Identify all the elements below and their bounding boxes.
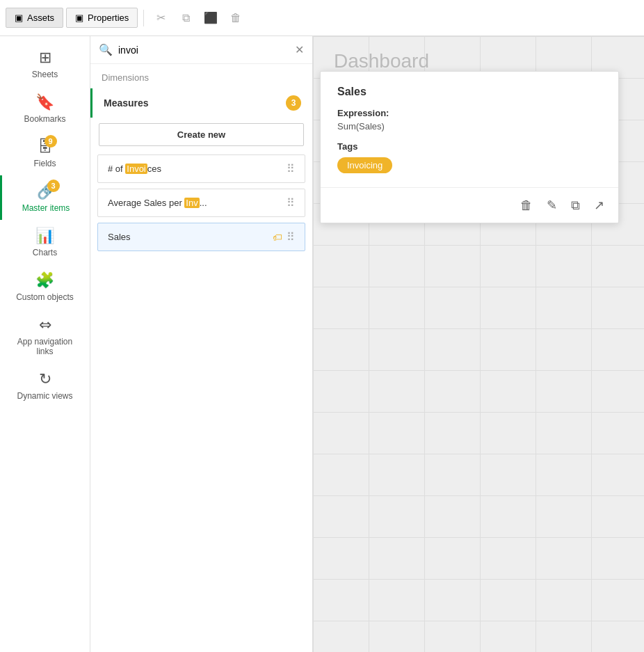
sidebar-label-app-nav: App navigationlinks (17, 337, 72, 356)
toolbar-divider (143, 10, 144, 26)
list-item-icons-avg-sales: ⠿ (287, 196, 295, 209)
copy-button[interactable]: ⧉ (175, 7, 197, 29)
popup-edit-button[interactable]: ✎ (544, 195, 560, 216)
sales-dots-icon[interactable]: ⠿ (287, 230, 295, 244)
popup-footer: 🗑 ✎ ⧉ ↗ (321, 187, 618, 223)
measures-label: Measures (104, 97, 149, 109)
fields-icon: 🗄 9 (38, 138, 53, 156)
list-item-text-avg-sales: Average Sales per Inv... (108, 198, 287, 208)
list-item-text-invoices: # of Invoices (108, 164, 287, 174)
search-icon: 🔍 (99, 43, 113, 56)
sidebar-item-custom-objects[interactable]: 🧩 Custom objects (0, 264, 90, 309)
measures-list: # of Invoices ⠿ Average Sales per Inv...… (90, 152, 312, 254)
list-item-icons-invoices: ⠿ (287, 162, 295, 175)
sidebar-item-app-nav[interactable]: ⇔ App navigationlinks (0, 309, 90, 363)
sidebar-item-fields[interactable]: 🗄 9 Fields (0, 131, 90, 175)
paste-button[interactable]: ⬛ (200, 7, 222, 29)
expression-value: Sum(Sales) (337, 121, 602, 132)
app-nav-icon: ⇔ (39, 316, 51, 334)
list-item-avg-sales[interactable]: Average Sales per Inv... ⠿ (97, 189, 305, 217)
bookmarks-icon: 🔖 (35, 93, 54, 111)
invoicing-tag: Invoicing (337, 157, 392, 173)
delete-button[interactable]: 🗑 (225, 7, 247, 29)
search-input[interactable] (118, 45, 289, 56)
toolbar: ▣ Assets ▣ Properties ✂ ⧉ ⬛ 🗑 (0, 0, 644, 36)
properties-button[interactable]: ▣ Properties (66, 8, 138, 28)
avg-sales-dots-icon[interactable]: ⠿ (287, 196, 295, 209)
avg-sales-highlight: Inv (184, 198, 199, 208)
dimensions-label: Dimensions (102, 72, 149, 83)
fields-badge: 9 (45, 135, 57, 148)
sidebar: ⊞ Sheets 🔖 Bookmarks 🗄 9 Fields 🔗 3 Mast… (0, 36, 90, 652)
dashboard: Dashboard Sales Expression: Sum(Sales) T… (313, 36, 644, 652)
panel: 🔍 ✕ Dimensions Measures 3 Create new # o… (90, 36, 313, 652)
sidebar-label-fields: Fields (33, 159, 56, 168)
sidebar-item-bookmarks[interactable]: 🔖 Bookmarks (0, 86, 90, 131)
sidebar-label-sheets: Sheets (32, 70, 58, 79)
measures-count-badge: 3 (286, 95, 301, 111)
sidebar-label-dynamic-views: Dynamic views (17, 391, 72, 401)
tags-label: Tags (337, 141, 602, 152)
sales-tag-icon: 🏷 (273, 232, 282, 243)
master-items-badge: 3 (47, 180, 60, 192)
sidebar-label-bookmarks: Bookmarks (24, 114, 65, 124)
invoices-dots-icon[interactable]: ⠿ (287, 162, 295, 175)
dimensions-section[interactable]: Dimensions (90, 64, 312, 88)
invoices-highlight: Invoi (125, 164, 147, 174)
sidebar-item-dynamic-views[interactable]: ↻ Dynamic views (0, 363, 90, 408)
expression-label: Expression: (337, 108, 602, 118)
cut-button[interactable]: ✂ (150, 7, 172, 29)
sidebar-item-sheets[interactable]: ⊞ Sheets (0, 42, 90, 86)
list-item-text-sales: Sales (108, 232, 273, 242)
popup-export-button[interactable]: ↗ (591, 195, 607, 216)
properties-icon: ▣ (75, 13, 83, 23)
dynamic-views-icon: ↻ (39, 370, 51, 388)
measures-section-header[interactable]: Measures 3 (90, 88, 312, 118)
sidebar-label-custom-objects: Custom objects (16, 292, 74, 302)
sidebar-label-charts: Charts (33, 248, 57, 257)
assets-label: Assets (27, 13, 54, 23)
master-items-icon: 🔗 3 (37, 182, 56, 200)
properties-label: Properties (88, 13, 129, 23)
search-bar: 🔍 ✕ (90, 36, 312, 64)
main-layout: ⊞ Sheets 🔖 Bookmarks 🗄 9 Fields 🔗 3 Mast… (0, 36, 644, 652)
list-item-invoices[interactable]: # of Invoices ⠿ (97, 154, 305, 183)
popup-title: Sales (337, 86, 602, 98)
popup-delete-button[interactable]: 🗑 (517, 196, 536, 216)
custom-objects-icon: 🧩 (35, 271, 54, 289)
clear-search-button[interactable]: ✕ (295, 43, 304, 56)
create-new-button[interactable]: Create new (99, 123, 304, 146)
list-item-sales[interactable]: Sales 🏷 ⠿ (97, 223, 305, 251)
popup-body: Sales Expression: Sum(Sales) Tags Invoic… (321, 72, 618, 187)
popup-card: Sales Expression: Sum(Sales) Tags Invoic… (320, 71, 619, 223)
list-item-icons-sales: 🏷 ⠿ (273, 230, 295, 244)
popup-duplicate-button[interactable]: ⧉ (568, 196, 583, 216)
assets-button[interactable]: ▣ Assets (6, 8, 63, 28)
sheets-icon: ⊞ (39, 49, 51, 67)
sidebar-label-master-items: Master items (22, 203, 70, 213)
assets-icon: ▣ (15, 13, 23, 23)
sidebar-item-master-items[interactable]: 🔗 3 Master items (0, 175, 90, 220)
charts-icon: 📊 (35, 227, 54, 245)
sidebar-item-charts[interactable]: 📊 Charts (0, 220, 90, 264)
